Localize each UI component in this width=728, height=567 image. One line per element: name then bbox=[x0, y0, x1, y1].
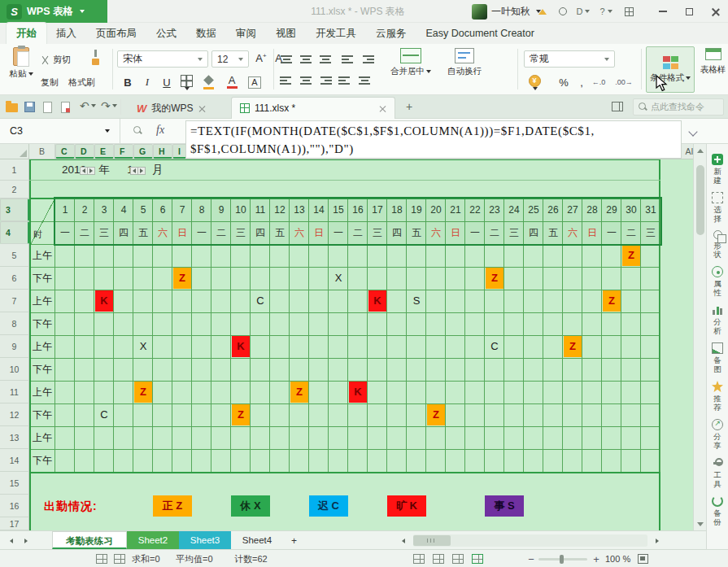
row-label-cell-8[interactable]: 下午 bbox=[29, 312, 55, 335]
day-header-cell-8[interactable]: 8 bbox=[192, 198, 211, 221]
underline-button[interactable]: U bbox=[158, 73, 176, 91]
weekday-cell-25[interactable]: 四 bbox=[524, 221, 543, 244]
grow-font-button[interactable]: A+ bbox=[252, 50, 270, 68]
keyboard-icon[interactable] bbox=[96, 554, 107, 564]
merge-center-button[interactable]: 合并居中 bbox=[386, 48, 436, 77]
weekday-cell-4[interactable]: 四 bbox=[114, 221, 133, 244]
close-icon[interactable] bbox=[198, 105, 206, 112]
zoom-knob[interactable] bbox=[560, 555, 564, 564]
day-header-cell-21[interactable]: 21 bbox=[446, 198, 465, 221]
page-break-view-button[interactable] bbox=[452, 554, 464, 564]
export-pdf-button[interactable] bbox=[59, 101, 72, 113]
day-header-cell-31[interactable]: 31 bbox=[641, 198, 660, 221]
horizontal-scrollbar[interactable] bbox=[413, 534, 647, 547]
align-right-button[interactable] bbox=[319, 75, 332, 86]
format-painter-button[interactable]: 格式刷 bbox=[68, 76, 95, 89]
attendance-cell-r5-d30[interactable]: Z bbox=[622, 245, 640, 266]
workspace-grid-button[interactable] bbox=[620, 4, 638, 19]
corner-diagonal-cell[interactable]: 时 bbox=[31, 199, 54, 244]
open-folder-button[interactable] bbox=[5, 101, 18, 113]
vip-icon[interactable] bbox=[534, 4, 551, 19]
weekday-cell-14[interactable]: 日 bbox=[309, 221, 329, 244]
day-header-cell-15[interactable]: 15 bbox=[329, 198, 348, 221]
vertical-scroll-thumb[interactable] bbox=[696, 165, 704, 235]
attendance-cell-r11-d16[interactable]: K bbox=[349, 382, 367, 403]
justify-button[interactable] bbox=[338, 75, 351, 86]
day-header-cell-20[interactable]: 20 bbox=[426, 198, 446, 221]
ribbon-tab-云服务[interactable]: 云服务 bbox=[366, 23, 416, 44]
sheet-grid[interactable]: 时 2018 年 1 月 1一2二3三4四5五6六7日8一9二10三11四12五… bbox=[0, 159, 693, 530]
attendance-cell-r7-d29[interactable]: Z bbox=[603, 290, 621, 312]
day-header-cell-4[interactable]: 4 bbox=[114, 198, 133, 221]
month-spinner[interactable] bbox=[130, 167, 146, 175]
align-center-button[interactable] bbox=[299, 75, 312, 86]
cells-icon[interactable] bbox=[114, 554, 125, 564]
command-search-box[interactable]: 点此查找命令 bbox=[633, 98, 724, 116]
attendance-cell-r9-d5[interactable]: X bbox=[134, 336, 152, 357]
day-header-cell-17[interactable]: 17 bbox=[368, 198, 387, 221]
reading-mode-button[interactable] bbox=[472, 554, 483, 564]
spin-left-icon[interactable] bbox=[81, 168, 88, 174]
weekday-cell-5[interactable]: 五 bbox=[133, 221, 153, 244]
attendance-cell-r7-d19[interactable]: S bbox=[408, 290, 425, 312]
attendance-cell-r7-d17[interactable]: K bbox=[368, 290, 386, 312]
italic-button[interactable]: I bbox=[138, 73, 156, 91]
weekday-cell-29[interactable]: 一 bbox=[602, 221, 621, 244]
day-header-cell-29[interactable]: 29 bbox=[602, 198, 621, 221]
day-header-cell-24[interactable]: 24 bbox=[504, 198, 524, 221]
day-header-cell-10[interactable]: 10 bbox=[231, 198, 251, 221]
row-label-cell-6[interactable]: 下午 bbox=[29, 267, 55, 290]
align-middle-button[interactable] bbox=[299, 54, 312, 65]
new-document-tab-button[interactable]: + bbox=[402, 100, 416, 115]
distribute-button[interactable] bbox=[358, 75, 371, 86]
day-header-cell-28[interactable]: 28 bbox=[582, 198, 602, 221]
tab-my-wps[interactable]: W 我的WPS bbox=[125, 98, 217, 119]
attendance-cell-r12-d20[interactable]: Z bbox=[427, 404, 445, 425]
zoom-level[interactable]: 100 % bbox=[605, 550, 630, 567]
sidebar-item-分享[interactable]: 分享 bbox=[712, 419, 723, 450]
undo-button[interactable]: ↶ bbox=[80, 99, 96, 112]
weekday-cell-27[interactable]: 六 bbox=[563, 221, 582, 244]
increase-decimal-button[interactable]: ←.0 bbox=[587, 73, 610, 91]
day-header-cell-6[interactable]: 6 bbox=[153, 198, 172, 221]
row-label-cell-9[interactable]: 上午 bbox=[29, 335, 55, 358]
column-header-H[interactable]: H bbox=[153, 144, 172, 159]
save-button[interactable] bbox=[23, 101, 36, 113]
weekday-cell-31[interactable]: 三 bbox=[641, 221, 660, 244]
row-label-cell-12[interactable]: 下午 bbox=[29, 403, 55, 426]
scroll-down-button[interactable] bbox=[694, 517, 707, 530]
weekday-cell-12[interactable]: 五 bbox=[270, 221, 290, 244]
sidebar-item-选择[interactable]: 选择 bbox=[712, 192, 723, 223]
row-label-cell-7[interactable]: 上午 bbox=[29, 290, 55, 312]
fill-color-button[interactable] bbox=[200, 73, 218, 91]
legend-cell-Z[interactable]: 正 Z bbox=[153, 495, 192, 517]
sidebar-item-备份[interactable]: 备份 bbox=[712, 495, 723, 526]
year-spinner[interactable] bbox=[80, 167, 95, 175]
year-unit-cell[interactable]: 年 bbox=[94, 159, 114, 181]
scroll-up-button[interactable] bbox=[694, 144, 707, 157]
sidebar-item-备图[interactable]: 备图 bbox=[712, 342, 723, 373]
char-shading-button[interactable]: A bbox=[246, 73, 264, 91]
day-header-cell-19[interactable]: 19 bbox=[407, 198, 426, 221]
attendance-cell-r12-d3[interactable]: C bbox=[95, 404, 113, 425]
ribbon-tab-公式[interactable]: 公式 bbox=[146, 23, 186, 44]
weekday-cell-2[interactable]: 二 bbox=[75, 221, 94, 244]
ribbon-tab-页面布局[interactable]: 页面布局 bbox=[86, 23, 146, 44]
day-header-cell-27[interactable]: 27 bbox=[563, 198, 582, 221]
vertical-scrollbar[interactable] bbox=[693, 144, 706, 530]
ribbon-tab-视图[interactable]: 视图 bbox=[266, 23, 306, 44]
add-sheet-button[interactable]: + bbox=[288, 534, 300, 547]
insert-function-button[interactable]: fx bbox=[156, 124, 164, 137]
attendance-cell-r7-d3[interactable]: K bbox=[95, 290, 113, 312]
column-header-E[interactable]: E bbox=[94, 144, 114, 159]
weekday-cell-10[interactable]: 三 bbox=[231, 221, 251, 244]
day-header-cell-18[interactable]: 18 bbox=[387, 198, 407, 221]
sheet-tab-Sheet2[interactable]: Sheet2 bbox=[127, 531, 179, 549]
column-header-AI[interactable]: AI bbox=[680, 144, 693, 159]
day-header-cell-25[interactable]: 25 bbox=[524, 198, 543, 221]
align-top-button[interactable] bbox=[280, 54, 293, 65]
currency-button[interactable]: ¥ bbox=[525, 73, 543, 91]
borders-button[interactable] bbox=[177, 73, 195, 91]
weekday-cell-24[interactable]: 三 bbox=[504, 221, 524, 244]
ribbon-tab-数据[interactable]: 数据 bbox=[186, 23, 226, 44]
